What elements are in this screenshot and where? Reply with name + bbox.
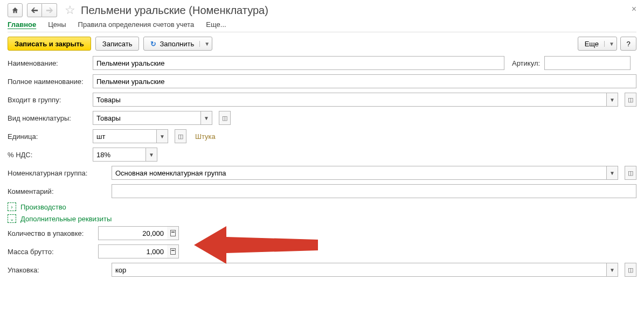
tab-main[interactable]: Главное — [8, 20, 36, 29]
unit-hint: Штука — [195, 132, 216, 141]
name-label: Наименование: — [8, 59, 88, 67]
qty-input[interactable] — [98, 226, 167, 240]
tab-prices[interactable]: Цены — [48, 20, 66, 29]
group-input[interactable] — [93, 93, 606, 107]
pack-label: Упаковка: — [8, 266, 107, 274]
dropdown-button[interactable]: ▼ — [606, 93, 618, 107]
home-icon — [11, 6, 19, 14]
chevron-down-icon: ⌄ — [8, 214, 16, 223]
article-label: Артикул: — [512, 59, 540, 67]
group-label: Входит в группу: — [8, 96, 88, 104]
chevron-down-icon: ▼ — [604, 41, 614, 47]
help-button[interactable]: ? — [620, 37, 636, 51]
dropdown-button[interactable]: ▼ — [606, 166, 618, 180]
open-external-button[interactable]: ◫ — [219, 111, 231, 125]
calculator-button[interactable] — [167, 244, 179, 258]
name-input[interactable] — [93, 56, 504, 70]
close-icon[interactable]: × — [632, 4, 636, 14]
save-close-button[interactable]: Записать и закрыть — [8, 37, 91, 51]
open-external-button[interactable]: ◫ — [175, 129, 186, 143]
fullname-input[interactable] — [93, 74, 636, 88]
comment-input[interactable] — [112, 184, 636, 198]
open-external-button[interactable]: ◫ — [625, 93, 636, 107]
dropdown-button[interactable]: ▼ — [200, 111, 212, 125]
tab-more[interactable]: Еще... — [206, 20, 226, 29]
section-extra[interactable]: ⌄ Дополнительные реквизиты — [8, 214, 636, 223]
gross-label: Масса брутто: — [8, 248, 94, 256]
fullname-label: Полное наименование: — [8, 78, 88, 86]
tab-account-rules[interactable]: Правила определения счетов учета — [78, 20, 195, 29]
page-title: Пельмени уральские (Номенклатура) — [81, 4, 268, 17]
refresh-icon: ↻ — [150, 40, 156, 48]
nomgroup-input[interactable] — [112, 166, 606, 180]
gross-input[interactable] — [98, 244, 167, 258]
type-label: Вид номенклатуры: — [8, 114, 88, 122]
more-button[interactable]: Еще ▼ — [578, 37, 617, 51]
comment-label: Комментарий: — [8, 187, 107, 195]
chevron-down-icon: ▼ — [199, 41, 210, 47]
dropdown-button[interactable]: ▼ — [146, 148, 157, 162]
unit-input[interactable] — [93, 129, 156, 143]
forward-button[interactable]: 🡪 — [42, 3, 57, 17]
fill-button[interactable]: ↻ Заполнить ▼ — [143, 37, 212, 51]
home-button[interactable] — [8, 3, 23, 17]
save-button[interactable]: Записать — [95, 37, 140, 51]
more-label: Еще — [585, 40, 599, 48]
section-production[interactable]: › Производство — [8, 202, 636, 211]
vat-label: % НДС: — [8, 151, 88, 159]
type-input[interactable] — [93, 111, 200, 125]
section-production-label: Производство — [20, 203, 66, 211]
calculator-button[interactable] — [167, 226, 179, 240]
nomgroup-label: Номенклатурная группа: — [8, 169, 107, 177]
open-external-button[interactable]: ◫ — [625, 166, 636, 180]
pack-input[interactable] — [112, 263, 606, 277]
fill-label: Заполнить — [160, 40, 194, 48]
calculator-icon — [170, 248, 176, 255]
back-button[interactable]: 🡨 — [27, 3, 42, 17]
favorite-icon[interactable]: ☆ — [65, 3, 75, 17]
calculator-icon — [170, 230, 176, 236]
open-external-button[interactable]: ◫ — [625, 263, 636, 277]
article-input[interactable] — [544, 56, 631, 70]
dropdown-button[interactable]: ▼ — [606, 263, 618, 277]
dropdown-button[interactable]: ▼ — [156, 129, 168, 143]
vat-input[interactable] — [93, 148, 146, 162]
section-extra-label: Дополнительные реквизиты — [20, 215, 112, 223]
chevron-right-icon: › — [8, 202, 16, 211]
unit-label: Единица: — [8, 132, 88, 141]
qty-label: Количество в упаковке: — [8, 229, 94, 237]
